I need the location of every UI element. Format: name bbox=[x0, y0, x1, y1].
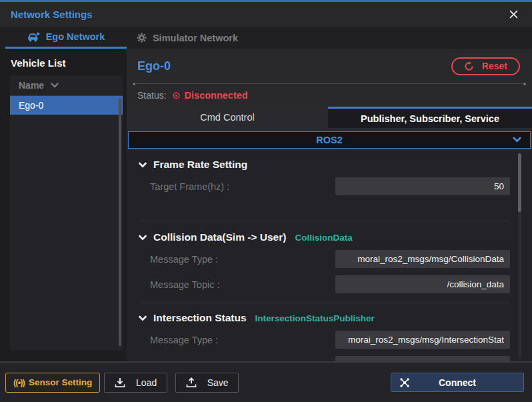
field-intersection-message-topic: Message Topic : bbox=[139, 356, 510, 361]
vehicle-detail-panel: Ego-0 Reset Status: Disconnected bbox=[127, 49, 532, 361]
vehicle-list: Name Ego-0 bbox=[10, 75, 123, 351]
dialog-body: Vehicle List Name Ego-0 Ego-0 bbox=[0, 49, 532, 361]
section-collision-data-header[interactable]: Collision Data(Sim -> User) CollisionDat… bbox=[139, 231, 510, 243]
vehicle-list-panel: Vehicle List Name Ego-0 bbox=[0, 49, 127, 361]
download-icon bbox=[115, 377, 125, 388]
refresh-icon bbox=[464, 61, 474, 71]
intersection-message-type-input[interactable] bbox=[335, 331, 510, 349]
field-collision-message-topic: Message Topic : bbox=[139, 275, 510, 293]
detail-header: Ego-0 Reset bbox=[127, 49, 532, 79]
tab-simulator-network[interactable]: Simulator Network bbox=[127, 27, 248, 49]
name-header-label: Name bbox=[19, 80, 44, 91]
intersection-message-topic-input[interactable] bbox=[335, 356, 510, 361]
section-badge: CollisionData bbox=[295, 233, 352, 243]
vehicle-list-name-header[interactable]: Name bbox=[10, 75, 123, 96]
section-intersection-status-header[interactable]: Intersection Status IntersectionStatusPu… bbox=[139, 312, 510, 324]
tab-publisher-subscriber-service[interactable]: Publisher, Subscriber, Service bbox=[328, 107, 532, 128]
dropdown-chevron-down-icon bbox=[513, 137, 521, 143]
field-target-frame: Target Frame(hz) : bbox=[139, 177, 510, 195]
protocol-dropdown[interactable]: ROS2 bbox=[128, 131, 531, 149]
field-label: Target Frame(hz) : bbox=[150, 181, 335, 192]
vehicle-name: Ego-0 bbox=[19, 100, 43, 111]
footer-bar: ((•)) Sensor Setting Load Save bbox=[0, 361, 532, 402]
section-title: Collision Data(Sim -> User) bbox=[153, 231, 286, 243]
detail-sub-tabs: Cmd Control Publisher, Subscriber, Servi… bbox=[127, 107, 532, 128]
tab-ego-network[interactable]: Ego Network bbox=[5, 27, 127, 49]
sensor-setting-label: Sensor Setting bbox=[29, 377, 92, 387]
vehicle-list-scrollbar[interactable] bbox=[119, 98, 121, 346]
section-divider bbox=[139, 303, 510, 303]
selected-vehicle-title: Ego-0 bbox=[137, 59, 171, 73]
field-label: Message Topic : bbox=[150, 279, 335, 290]
status-row: Status: Disconnected bbox=[127, 84, 532, 104]
tab-cmd-control-label: Cmd Control bbox=[200, 112, 254, 123]
field-intersection-message-type: Message Type : bbox=[139, 331, 510, 349]
tab-cmd-control[interactable]: Cmd Control bbox=[127, 107, 328, 128]
save-button-label: Save bbox=[207, 377, 229, 388]
tab-simulator-network-label: Simulator Network bbox=[153, 33, 238, 43]
vehicle-list-row-ego0[interactable]: Ego-0 bbox=[10, 96, 123, 115]
gear-icon bbox=[137, 33, 147, 43]
main-tab-bar: Ego Network Simulator Network bbox=[0, 27, 532, 49]
section-badge: IntersectionStatusPublisher bbox=[255, 313, 375, 323]
dialog-title: Network Settings bbox=[11, 9, 93, 20]
network-settings-dialog: Network Settings Ego Network bbox=[0, 0, 532, 402]
vehicle-list-title: Vehicle List bbox=[0, 49, 127, 75]
collision-message-topic-input[interactable] bbox=[335, 275, 510, 293]
settings-scroll-area: Frame Rate Setting Target Frame(hz) : Co… bbox=[127, 151, 532, 361]
section-chevron-down-icon bbox=[139, 315, 147, 321]
broadcast-icon: ((•)) bbox=[13, 377, 25, 387]
load-button[interactable]: Load bbox=[104, 373, 167, 393]
protocol-selected-value: ROS2 bbox=[316, 135, 343, 145]
car-gear-icon bbox=[27, 32, 40, 42]
status-dot-icon bbox=[174, 93, 179, 98]
close-icon[interactable] bbox=[507, 8, 520, 21]
tab-publisher-label: Publisher, Subscriber, Service bbox=[361, 113, 499, 124]
field-label: Message Type : bbox=[150, 254, 335, 265]
reset-button[interactable]: Reset bbox=[451, 57, 520, 75]
status-value: Disconnected bbox=[185, 90, 248, 101]
field-label: Message Topic : bbox=[150, 360, 335, 362]
header-divider bbox=[135, 83, 524, 84]
section-divider bbox=[139, 221, 510, 221]
connect-button-label: Connect bbox=[439, 377, 476, 388]
reset-button-label: Reset bbox=[482, 61, 507, 71]
load-button-label: Load bbox=[136, 377, 157, 388]
settings-scrollbar-thumb[interactable] bbox=[518, 153, 521, 212]
section-frame-rate-header[interactable]: Frame Rate Setting bbox=[139, 159, 510, 171]
connect-button[interactable]: Connect bbox=[391, 373, 524, 392]
section-chevron-down-icon bbox=[139, 235, 147, 241]
sort-chevron-down-icon bbox=[51, 83, 59, 88]
status-label: Status: bbox=[137, 90, 167, 101]
field-collision-message-type: Message Type : bbox=[139, 250, 510, 268]
section-chevron-down-icon bbox=[139, 162, 147, 168]
network-nodes-icon bbox=[399, 377, 410, 388]
target-frame-input[interactable] bbox=[335, 177, 510, 195]
field-label: Message Type : bbox=[150, 335, 335, 345]
section-title: Intersection Status bbox=[153, 312, 247, 324]
titlebar: Network Settings bbox=[0, 2, 532, 27]
section-title: Frame Rate Setting bbox=[153, 159, 247, 171]
tab-ego-network-label: Ego Network bbox=[46, 31, 105, 42]
upload-icon bbox=[186, 377, 197, 388]
settings-scrollbar bbox=[518, 153, 521, 357]
collision-message-type-input[interactable] bbox=[335, 250, 510, 268]
sensor-setting-button[interactable]: ((•)) Sensor Setting bbox=[5, 373, 100, 393]
save-button[interactable]: Save bbox=[175, 373, 239, 393]
